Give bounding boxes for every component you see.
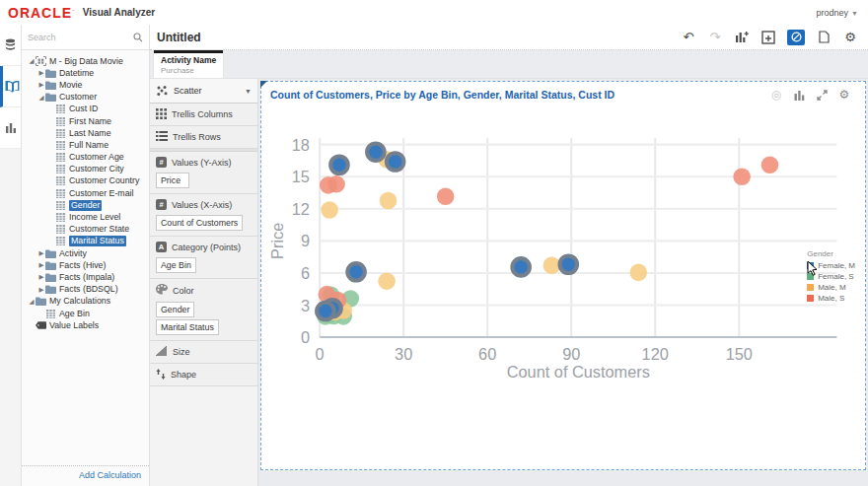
chart-type-select[interactable]: Scatter ▼ [150, 79, 257, 104]
tree-item-age-bin[interactable]: Age Bin [22, 308, 149, 319]
data-sources-icon[interactable] [0, 25, 21, 66]
legend-item-female-m[interactable]: Female, M [807, 261, 855, 270]
tree-item-label: Gender [69, 200, 102, 211]
left-icon-rail [0, 25, 22, 486]
tree-item-label: M - Big Data Movie [49, 56, 123, 67]
section-label: Values (X-Axis) [172, 200, 232, 210]
drop-target-trellis-rows[interactable]: Trellis Rows [150, 126, 257, 149]
tree-item-my-calculations[interactable]: ◢My Calculations [22, 296, 149, 308]
tree-item-customer-e-mail[interactable]: Customer E-mail [22, 187, 149, 199]
visualizations-icon[interactable] [0, 107, 21, 149]
folder-icon [45, 285, 56, 295]
add-canvas-icon[interactable] [760, 30, 776, 45]
tree-item-label: Datetime [59, 68, 94, 79]
tree-caret-icon[interactable]: ◢ [28, 57, 36, 65]
undo-icon[interactable]: ↶ [681, 30, 696, 45]
field-chip-price[interactable]: Price [156, 173, 189, 188]
add-visualization-icon[interactable] [734, 30, 750, 45]
folder-icon [45, 80, 56, 90]
field-icon [55, 153, 66, 163]
legend-item-female-s[interactable]: Female, S [807, 272, 855, 281]
section-label: Category (Points) [172, 243, 241, 252]
tree-item-facts-impala-[interactable]: ▶Facts (Impala) [22, 271, 149, 283]
filter-field-name: Activity Name [161, 55, 216, 65]
drop-target-trellis-columns[interactable]: Trellis Columns [150, 104, 257, 126]
field-icon [45, 309, 56, 318]
product-name: Visual Analyzer [83, 7, 155, 18]
tree-item-last-name[interactable]: Last Name [22, 127, 149, 139]
filter-chip[interactable]: Activity Name Purchase [154, 50, 223, 78]
svg-text:3: 3 [301, 297, 310, 314]
tree-item-cust-id[interactable]: Cust ID [22, 104, 149, 115]
tree-item-m-big-data-movie[interactable]: ◢M - Big Data Movie [22, 55, 149, 67]
mapping-section-values-y-axis-: #Values (Y-Axis)Price [150, 152, 257, 194]
tree-item-customer-age[interactable]: Customer Age [22, 152, 149, 164]
field-chip-marital-status[interactable]: Marital Status [156, 319, 219, 335]
scatter-plot[interactable]: 03060901201500369121518PriceCount of Cus… [261, 82, 865, 383]
tree-item-first-name[interactable]: First Name [22, 115, 149, 127]
legend-swatch-icon [807, 295, 814, 302]
narrate-icon[interactable] [816, 30, 832, 45]
mapping-section-category-points-: ACategory (Points)Age Bin [150, 237, 257, 279]
tree-item-activity[interactable]: ▶Activity [22, 247, 149, 259]
field-chip-gender[interactable]: Gender [156, 302, 194, 317]
tree-item-facts-bdsql-[interactable]: ▶Facts (BDSQL) [22, 284, 149, 296]
search-input[interactable] [28, 33, 133, 42]
tree-item-label: Movie [59, 80, 82, 91]
chart-legend: GenderFemale, MFemale, SMale, MMale, S [807, 249, 855, 305]
legend-item-male-s[interactable]: Male, S [807, 294, 855, 303]
drop-target-size[interactable]: Size [150, 341, 257, 364]
settings-icon[interactable]: ⚙ [842, 30, 858, 45]
tree-item-customer-country[interactable]: Customer Country [22, 175, 149, 187]
svg-text:Price: Price [268, 223, 286, 259]
tree-caret-icon[interactable]: ▶ [37, 69, 45, 77]
tree-caret-icon[interactable]: ▶ [37, 286, 45, 294]
trellis-columns-icon [156, 108, 167, 121]
user-menu[interactable]: prodney▼ [817, 8, 858, 18]
tree-item-gender[interactable]: Gender [22, 199, 149, 211]
drop-target-shape[interactable]: Shape [150, 364, 257, 386]
size-icon [156, 346, 168, 358]
tree-item-marital-status[interactable]: Marital Status [22, 236, 149, 247]
svg-text:18: 18 [292, 136, 310, 154]
number-type-icon: # [156, 199, 167, 210]
tree-caret-icon[interactable]: ▶ [37, 261, 45, 269]
svg-text:15: 15 [292, 168, 310, 185]
tree-item-label: Customer Country [69, 175, 139, 186]
tree-caret-icon[interactable]: ▶ [37, 273, 45, 281]
tree-item-customer-city[interactable]: Customer City [22, 164, 149, 175]
tree-item-value-labels[interactable]: Value Labels [22, 319, 149, 331]
redo-icon[interactable]: ↷ [707, 30, 723, 45]
mapping-sections: #Values (Y-Axis)Price#Values (X-Axis)Cou… [150, 152, 257, 341]
field-icon [55, 200, 66, 210]
svg-text:150: 150 [726, 345, 753, 363]
number-icon: # [156, 199, 167, 210]
top-bar: ORACLE´ Visual Analyzer prodney▼ [0, 0, 868, 25]
tree-caret-icon[interactable]: ◢ [37, 94, 45, 102]
tree-item-full-name[interactable]: Full Name [22, 139, 149, 151]
chart-type-label: Scatter [174, 86, 245, 96]
tree-item-customer-state[interactable]: Customer State [22, 224, 149, 236]
explore-icon[interactable] [787, 30, 805, 45]
tree-caret-icon[interactable]: ◢ [28, 298, 36, 306]
tree-item-facts-hive-[interactable]: ▶Facts (Hive) [22, 259, 149, 271]
tree-item-datetime[interactable]: ▶Datetime [22, 67, 149, 79]
mapping-section-color: ColorGenderMarital Status [150, 279, 257, 341]
data-tree: ◢M - Big Data Movie▶Datetime▶Movie◢Custo… [22, 50, 149, 465]
add-calculation-link[interactable]: Add Calculation [22, 465, 149, 486]
data-elements-icon[interactable] [0, 66, 21, 107]
tree-item-customer[interactable]: ◢Customer [22, 92, 149, 104]
tree-item-label: Customer State [69, 224, 129, 235]
viz-config-panel: Scatter ▼ Trellis ColumnsTrellis Rows #V… [150, 79, 258, 486]
tree-item-movie[interactable]: ▶Movie [22, 79, 149, 91]
tree-item-income-level[interactable]: Income Level [22, 211, 149, 223]
field-chip-age-bin[interactable]: Age Bin [156, 257, 196, 273]
tree-caret-icon[interactable]: ▶ [37, 249, 45, 257]
scatter-visualization[interactable]: Count of Customers, Price by Age Bin, Ge… [260, 81, 866, 470]
tree-item-label: Customer [59, 92, 97, 103]
legend-item-male-m[interactable]: Male, M [807, 283, 855, 292]
tree-caret-icon[interactable]: ▶ [37, 81, 45, 89]
legend-swatch-icon [807, 273, 814, 280]
field-chip-count-of-customers[interactable]: Count of Customers [156, 215, 243, 231]
field-icon [55, 116, 66, 126]
